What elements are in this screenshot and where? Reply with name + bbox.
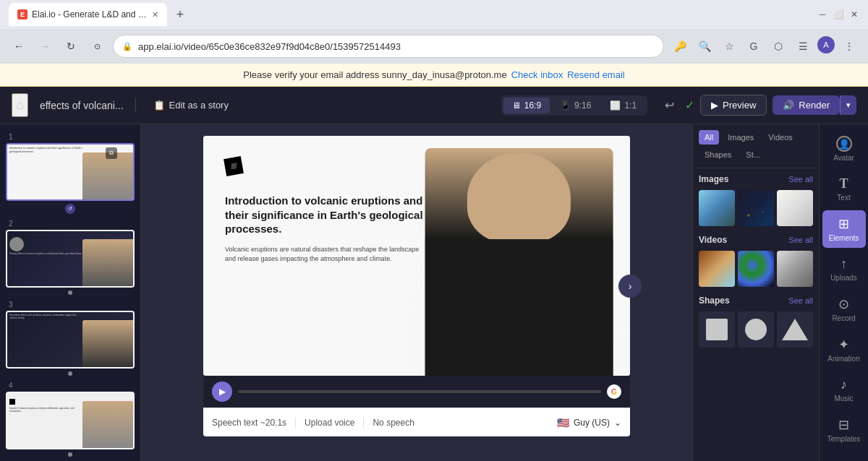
- canvas-expand-button[interactable]: ›: [618, 275, 642, 298]
- videos-grid: [699, 251, 813, 287]
- preview-button[interactable]: ▶ Preview: [700, 95, 767, 116]
- browser-titlebar: E Elai.io - Generate L&D and ma... ✕ + ─…: [0, 0, 868, 29]
- sidebar-item-elements[interactable]: ⊞ Elements: [822, 210, 866, 248]
- tab-images[interactable]: Images: [722, 130, 760, 145]
- extensions2-button[interactable]: ⬡: [768, 36, 788, 56]
- extensions-button[interactable]: 🔑: [670, 36, 690, 56]
- minimize-button[interactable]: ─: [817, 9, 827, 20]
- forward-button[interactable]: →: [35, 36, 55, 56]
- edit-story-button[interactable]: 📋 Edit as a story: [148, 97, 234, 113]
- address-bar[interactable]: 🔒 app.elai.io/video/65c0e36ce832e97f9d04…: [113, 35, 664, 58]
- shapes-see-all-link[interactable]: See all: [788, 296, 813, 305]
- no-speech-button[interactable]: No speech: [373, 418, 414, 428]
- roblox-logo[interactable]: ⬛: [224, 156, 244, 176]
- slide-thumbnail[interactable]: Primary effects of volcanic eruptions, i…: [6, 230, 135, 288]
- elements-icon: ⊞: [838, 216, 849, 232]
- render-group: 🔊 Render ▾: [773, 95, 856, 115]
- video-thumb-earth[interactable]: [738, 251, 774, 287]
- square-icon: ⬜: [610, 100, 621, 111]
- profile-button[interactable]: A: [817, 36, 835, 53]
- play-button[interactable]: ▶: [212, 382, 232, 402]
- right-panel: All Images Videos Shapes St... Images Se…: [692, 124, 819, 461]
- sidebar-item-uploads[interactable]: ↑ Uploads: [822, 251, 866, 288]
- refresh-button[interactable]: ↻: [61, 36, 81, 56]
- active-tab[interactable]: E Elai.io - Generate L&D and ma... ✕: [9, 3, 167, 26]
- resend-email-link[interactable]: Resend email: [567, 69, 625, 80]
- right-panel-tabs: All Images Videos Shapes St...: [693, 124, 819, 168]
- slide-number: 3: [6, 301, 135, 309]
- voice-name: Guy (US): [574, 418, 610, 428]
- shape-circle[interactable]: [738, 311, 774, 348]
- slide-thumbnail[interactable]: Introduction to volcanic eruptions and t…: [6, 143, 135, 201]
- sidebar-item-record[interactable]: ⊙ Record: [822, 290, 866, 328]
- animation-icon: ✦: [838, 337, 849, 353]
- upload-voice-button[interactable]: Upload voice: [305, 418, 364, 428]
- shape-square[interactable]: [699, 311, 735, 348]
- menu-button[interactable]: ⋮: [839, 36, 859, 56]
- slide-item[interactable]: 2 Primary effects of volcanic eruptions,…: [0, 217, 140, 298]
- tab-videos[interactable]: Videos: [762, 130, 798, 145]
- bookmark-button[interactable]: ☆: [719, 36, 739, 56]
- translate-button[interactable]: G: [744, 36, 764, 56]
- voice-selector[interactable]: 🇺🇸 Guy (US) ⌄: [557, 417, 621, 428]
- progress-bar[interactable]: [238, 390, 601, 393]
- sidebar-toggle-button[interactable]: ☰: [793, 36, 813, 56]
- images-see-all-link[interactable]: See all: [788, 175, 813, 184]
- slide-number: 1: [6, 133, 135, 141]
- image-thumb-corridor[interactable]: [777, 190, 813, 226]
- aspect-9-16-button[interactable]: 📱 9:16: [551, 98, 600, 113]
- sidebar-label-avatar: Avatar: [833, 154, 854, 162]
- slide-thumbnail[interactable]: Impact of volcanic eruptions on human se…: [6, 392, 135, 449]
- sidebar-item-avatar[interactable]: 👤 Avatar: [822, 130, 866, 168]
- maximize-button[interactable]: ⬜: [833, 9, 843, 20]
- image-thumb-night-city[interactable]: [738, 190, 774, 226]
- home-button[interactable]: ⌂: [12, 93, 28, 117]
- slide-avatar[interactable]: [408, 136, 630, 376]
- shape-triangle[interactable]: [777, 311, 813, 348]
- video-thumb-window[interactable]: [699, 251, 735, 287]
- zoom-button[interactable]: 🔍: [694, 36, 715, 56]
- slide-item[interactable]: 4 Impact of volcanic eruptions on human …: [0, 379, 140, 460]
- header-actions: ↩ ✓ ▶ Preview 🔊 Render ▾: [659, 95, 856, 116]
- slide-item[interactable]: 1 Introduction to volcanic eruptions and…: [0, 130, 140, 217]
- close-window-button[interactable]: ✕: [849, 9, 859, 20]
- canvas-wrapper: ⬛ Introduction to volcanic eruptions and…: [203, 136, 630, 436]
- main-canvas[interactable]: ⬛ Introduction to volcanic eruptions and…: [203, 136, 630, 376]
- image-thumb-city[interactable]: [699, 190, 735, 226]
- sidebar-item-music[interactable]: ♪ Music: [822, 371, 866, 408]
- video-thumb-office[interactable]: [777, 251, 813, 287]
- sidebar-item-templates[interactable]: ⊟ Templates: [822, 411, 866, 449]
- tab-bar: E Elai.io - Generate L&D and ma... ✕ +: [9, 3, 812, 26]
- right-sidebar: 👤 Avatar T Text ⊞ Elements ↑ Uploads ⊙ R…: [819, 124, 868, 461]
- music-icon: ♪: [841, 377, 847, 392]
- tab-close-button[interactable]: ✕: [152, 10, 158, 20]
- lock-icon: 🔒: [122, 42, 132, 51]
- browser-chrome: E Elai.io - Generate L&D and ma... ✕ + ─…: [0, 0, 868, 64]
- avatar-icon: 👤: [836, 136, 852, 152]
- slide-number: 2: [6, 220, 135, 228]
- check-inbox-link[interactable]: Check inbox: [511, 69, 563, 80]
- slide-thumbnail[interactable]: Secondary effects such as lahars, tsunam…: [6, 311, 135, 369]
- edit-story-icon: 📋: [153, 100, 165, 111]
- tab-shapes[interactable]: Shapes: [699, 147, 737, 162]
- google-g-letter: G: [611, 388, 617, 396]
- sidebar-item-text[interactable]: T Text: [822, 171, 866, 207]
- slide-item[interactable]: 3 Secondary effects such as lahars, tsun…: [0, 298, 140, 379]
- slide-text-block[interactable]: Introduction to volcanic eruptions and t…: [225, 194, 427, 264]
- videos-see-all-link[interactable]: See all: [788, 236, 813, 244]
- sidebar-item-animation[interactable]: ✦ Animation: [822, 331, 866, 369]
- shapes-grid: [699, 311, 813, 348]
- browser-nav: ← → ↻ ⊙ 🔒 app.elai.io/video/65c0e36ce832…: [0, 29, 868, 64]
- back-button[interactable]: ←: [9, 36, 29, 56]
- render-dropdown-button[interactable]: ▾: [840, 95, 856, 115]
- new-tab-button[interactable]: +: [170, 4, 190, 25]
- aspect-1-1-button[interactable]: ⬜ 1:1: [601, 98, 645, 113]
- desktop-icon: 🖥: [512, 100, 521, 111]
- aspect-16-9-button[interactable]: 🖥 16:9: [503, 98, 550, 113]
- home-nav-button[interactable]: ⊙: [87, 36, 107, 56]
- render-button[interactable]: 🔊 Render: [773, 95, 840, 115]
- undo-button[interactable]: ↩: [659, 95, 679, 116]
- slide-copy-button[interactable]: ⧉: [106, 147, 117, 159]
- tab-all[interactable]: All: [699, 130, 719, 145]
- tab-stickers[interactable]: St...: [740, 147, 766, 162]
